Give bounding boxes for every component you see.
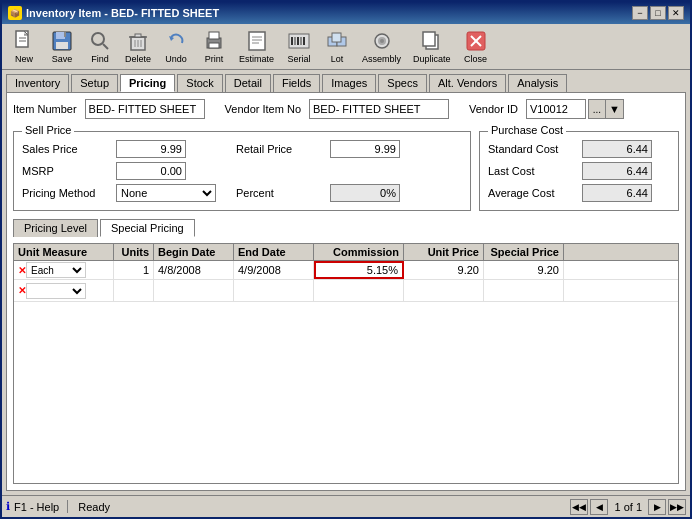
sell-price-content: Sales Price MSRP Pricing Method None (22, 136, 462, 202)
print-icon (202, 29, 226, 53)
new-label: New (15, 54, 33, 64)
last-cost-input[interactable] (582, 162, 652, 180)
nav-first-button[interactable]: ◀◀ (570, 499, 588, 515)
title-bar-left: 📦 Inventory Item - BED- FITTED SHEET (8, 6, 219, 20)
standard-cost-input[interactable] (582, 140, 652, 158)
sales-price-input[interactable] (116, 140, 186, 158)
toolbar-new-button[interactable]: New (6, 26, 42, 67)
find-label: Find (91, 54, 109, 64)
toolbar-undo-button[interactable]: Undo (158, 26, 194, 67)
toolbar-close-button[interactable]: Close (458, 26, 494, 67)
svg-rect-31 (332, 33, 341, 42)
pricing-method-select[interactable]: None (116, 184, 216, 202)
svg-rect-18 (209, 43, 219, 48)
item-number-label: Item Number (13, 103, 77, 115)
toolbar-print-button[interactable]: Print (196, 26, 232, 67)
delete-label: Delete (125, 54, 151, 64)
col-header-commission: Commission (314, 244, 404, 260)
table-row: ✕ Each 1 4/8/2008 4/9/2008 5.15% 9.20 9.… (14, 261, 678, 280)
item-number-field[interactable]: BED- FITTED SHEET (85, 99, 205, 119)
toolbar-delete-button[interactable]: Delete (120, 26, 156, 67)
row-x-icon-2: ✕ (18, 285, 26, 296)
toolbar-save-button[interactable]: Save (44, 26, 80, 67)
tab-detail[interactable]: Detail (225, 74, 271, 92)
vendor-item-no-field[interactable]: BED- FITTED SHEET (309, 99, 449, 119)
cell-unit-measure-1: ✕ Each (14, 261, 114, 279)
average-cost-input[interactable] (582, 184, 652, 202)
percent-row: Percent (236, 184, 400, 202)
close-button[interactable]: ✕ (668, 6, 684, 20)
vendor-id-field[interactable]: V10012 (526, 99, 586, 119)
price-panels: Sell Price Sales Price MSRP Pri (13, 125, 679, 211)
page-info: 1 of 1 (610, 501, 646, 513)
find-icon (88, 29, 112, 53)
tab-stock[interactable]: Stock (177, 74, 223, 92)
duplicate-label: Duplicate (413, 54, 451, 64)
sell-price-right: Retail Price Percent (236, 136, 400, 202)
msrp-label: MSRP (22, 165, 112, 177)
maximize-button[interactable]: □ (650, 6, 666, 20)
cell-units-2 (114, 280, 154, 301)
tab-alt-vendors[interactable]: Alt. Vendors (429, 74, 506, 92)
toolbar-assembly-button[interactable]: Assembly (357, 26, 406, 67)
col-header-unit-price: Unit Price (404, 244, 484, 260)
cell-begin-date-2 (154, 280, 234, 301)
toolbar-lot-button[interactable]: Lot (319, 26, 355, 67)
standard-cost-label: Standard Cost (488, 143, 578, 155)
undo-icon (164, 29, 188, 53)
toolbar-find-button[interactable]: Find (82, 26, 118, 67)
tab-specs[interactable]: Specs (378, 74, 427, 92)
sell-price-group: Sell Price Sales Price MSRP Pri (13, 131, 471, 211)
assembly-icon (370, 29, 394, 53)
percent-input[interactable] (330, 184, 400, 202)
retail-price-input[interactable] (330, 140, 400, 158)
col-header-units: Units (114, 244, 154, 260)
tab-inventory[interactable]: Inventory (6, 74, 69, 92)
last-cost-row: Last Cost (488, 162, 670, 180)
save-label: Save (52, 54, 73, 64)
toolbar-serial-button[interactable]: Serial (281, 26, 317, 67)
unit-measure-select-2[interactable] (26, 283, 86, 299)
sell-price-title: Sell Price (22, 124, 74, 136)
nav-last-button[interactable]: ▶▶ (668, 499, 686, 515)
svg-rect-5 (64, 32, 66, 37)
toolbar-estimate-button[interactable]: Estimate (234, 26, 279, 67)
tab-fields[interactable]: Fields (273, 74, 320, 92)
nav-prev-button[interactable]: ◀ (590, 499, 608, 515)
msrp-input[interactable] (116, 162, 186, 180)
content-area: Item Number BED- FITTED SHEET Vendor Ite… (6, 92, 686, 491)
tab-pricing[interactable]: Pricing (120, 74, 175, 92)
tab-analysis[interactable]: Analysis (508, 74, 567, 92)
svg-rect-11 (135, 34, 141, 37)
duplicate-icon (420, 29, 444, 53)
save-icon (50, 29, 74, 53)
col-header-begin-date: Begin Date (154, 244, 234, 260)
unit-measure-select-1[interactable]: Each (26, 262, 86, 278)
sub-tab-special-pricing[interactable]: Special Pricing (100, 219, 195, 237)
nav-next-button[interactable]: ▶ (648, 499, 666, 515)
svg-line-8 (103, 44, 108, 49)
cell-units-1: 1 (114, 261, 154, 279)
sub-tab-pricing-level[interactable]: Pricing Level (13, 219, 98, 237)
lot-label: Lot (331, 54, 344, 64)
vendor-dropdown-button[interactable]: ▼ (606, 99, 624, 119)
serial-icon (287, 29, 311, 53)
grid-header: Unit Measure Units Begin Date End Date C… (14, 244, 678, 261)
table-row: ✕ (14, 280, 678, 302)
svg-rect-4 (56, 32, 65, 39)
tab-images[interactable]: Images (322, 74, 376, 92)
toolbar-duplicate-button[interactable]: Duplicate (408, 26, 456, 67)
tab-setup[interactable]: Setup (71, 74, 118, 92)
cell-end-date-2 (234, 280, 314, 301)
row-x-icon-1: ✕ (18, 265, 26, 276)
minimize-button[interactable]: − (632, 6, 648, 20)
svg-point-7 (92, 33, 104, 45)
cell-commission-1: 5.15% (314, 261, 404, 279)
purchase-cost-group: Purchase Cost Standard Cost Last Cost Av… (479, 131, 679, 211)
browse-button[interactable]: ... (588, 99, 606, 119)
percent-label: Percent (236, 187, 326, 199)
title-bar: 📦 Inventory Item - BED- FITTED SHEET − □… (2, 2, 690, 24)
title-bar-buttons: − □ ✕ (632, 6, 684, 20)
col-header-end-date: End Date (234, 244, 314, 260)
vendor-id-wrapper: V10012 ... ▼ (526, 99, 624, 119)
